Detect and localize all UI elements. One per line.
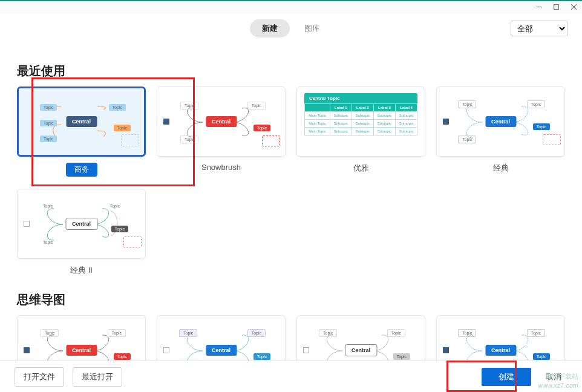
marker <box>24 347 30 353</box>
topic-node: Topic <box>247 102 266 109</box>
topic-node: Topic <box>253 353 270 360</box>
window-titlebar <box>0 0 582 13</box>
template-mm-3[interactable]: Central Topic Topic Topic Topic <box>296 315 425 368</box>
central-node: Central <box>206 345 237 356</box>
topic-node: Topic <box>40 120 57 126</box>
template-mm-1[interactable]: Central Topic Topic Topic Topic <box>17 315 146 368</box>
subtopic-box <box>123 237 142 247</box>
filter-select[interactable]: 全部 <box>511 21 567 36</box>
topic-node: Topic <box>106 203 123 209</box>
topic-node: Topic <box>179 329 197 337</box>
topic-node: Topic <box>253 125 270 131</box>
topic-node: Topic <box>533 123 550 130</box>
central-node: Central <box>206 116 237 127</box>
central-node: Central <box>66 116 97 127</box>
template-classic2[interactable]: Central Topic Topic Topic Topic 经典 II <box>17 189 146 276</box>
topic-node: Topic <box>527 329 545 337</box>
template-classic[interactable]: Central Topic Topic Topic Topic 经典 <box>436 87 565 177</box>
subtopic-box <box>262 136 280 146</box>
recent-grid: Central Topic Topic Topic Topic Topic 商务… <box>17 87 565 276</box>
topic-node: Topic <box>39 203 56 209</box>
subtopic-box <box>121 134 139 146</box>
maximize-icon[interactable] <box>553 2 560 13</box>
mindmap-grid: Central Topic Topic Topic Topic Central … <box>17 315 565 368</box>
subtopic-box <box>543 134 561 145</box>
marker <box>443 119 449 125</box>
section-title-mindmap: 思维导图 <box>17 292 565 308</box>
table-header: Central Topic <box>304 93 417 103</box>
marker <box>303 347 309 353</box>
template-label: 商务 <box>17 163 146 177</box>
topic-node: Topic <box>111 226 128 232</box>
topic-node: Topic <box>527 100 545 108</box>
topic-node: Topic <box>393 353 410 360</box>
central-node: Central <box>66 345 97 356</box>
template-label: 优雅 <box>296 163 425 174</box>
topic-node: Topic <box>533 353 550 360</box>
topic-node: Topic <box>247 329 266 337</box>
topic-node: Topic <box>109 104 126 111</box>
svg-rect-1 <box>554 5 559 10</box>
central-node: Central <box>485 116 516 127</box>
section-title-recent: 最近使用 <box>17 63 565 79</box>
template-label: 经典 <box>436 163 565 174</box>
topic-node: Topic <box>319 329 337 337</box>
topic-node: Topic <box>458 329 476 337</box>
create-button[interactable]: 创建 <box>482 368 531 386</box>
preview-table: Label 1 Label 2 Label 3 Label 4 Main Top… <box>304 103 417 136</box>
topic-node: Topic <box>180 102 198 109</box>
template-mm-2[interactable]: Central Topic Topic Topic Topic <box>157 315 286 368</box>
marker <box>163 119 169 125</box>
topic-node: Topic <box>458 136 476 143</box>
central-node: Central <box>345 344 377 356</box>
topic-node: Topic <box>108 329 126 337</box>
tab-new[interactable]: 新建 <box>250 19 290 38</box>
recent-open-button[interactable]: 最近打开 <box>73 367 122 387</box>
marker <box>24 221 30 227</box>
template-elegant[interactable]: Central Topic Label 1 Label 2 Label 3 La… <box>296 87 425 177</box>
template-mm-4[interactable]: Central Topic Topic Topic Topic <box>436 315 565 368</box>
marker <box>443 347 449 353</box>
topic-node: Topic <box>114 125 131 131</box>
content-area: 最近使用 Central Topic Topic Topic Topic Top… <box>0 47 582 368</box>
template-label: 经典 II <box>17 265 146 276</box>
topic-node: Topic <box>39 239 56 246</box>
header: 新建 图库 全部 <box>0 13 582 47</box>
template-snowbrush[interactable]: Central Topic Topic Topic Topic Snowbrus… <box>157 87 286 177</box>
footer: 打开文件 最近打开 创建 取消 <box>0 361 582 392</box>
marker <box>163 347 169 353</box>
topic-node: Topic <box>458 100 476 108</box>
topic-node: Topic <box>40 136 57 142</box>
main-tabs: 新建 图库 <box>250 19 332 38</box>
close-icon[interactable] <box>571 2 577 13</box>
open-file-button[interactable]: 打开文件 <box>15 367 64 387</box>
topic-node: Topic <box>40 104 57 111</box>
topic-node: Topic <box>41 329 59 337</box>
template-label: Snowbrush <box>157 163 286 172</box>
topic-node: Topic <box>387 329 405 337</box>
template-business[interactable]: Central Topic Topic Topic Topic Topic 商务 <box>17 87 146 177</box>
cancel-button[interactable]: 取消 <box>540 368 567 386</box>
central-node: Central <box>485 345 516 356</box>
central-node: Central <box>65 218 97 230</box>
tab-gallery[interactable]: 图库 <box>292 19 332 38</box>
topic-node: Topic <box>114 353 131 360</box>
minimize-icon[interactable] <box>535 2 542 13</box>
topic-node: Topic <box>180 136 198 143</box>
